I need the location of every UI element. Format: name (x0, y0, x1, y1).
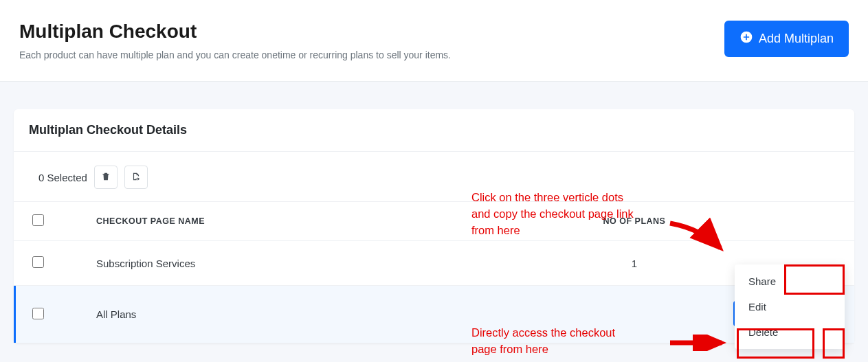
table-row: Subscription Services 1 (14, 241, 854, 286)
page-header: Multiplan Checkout Each product can have… (0, 0, 868, 82)
row-checkbox[interactable] (32, 308, 44, 319)
bulk-delete-button[interactable] (94, 166, 118, 189)
selected-count: 0 Selected (38, 172, 87, 183)
table-wrap: CHECKOUT PAGE NAME NO OF PLANS Subscript… (14, 201, 854, 343)
menu-item-edit[interactable]: Edit (735, 294, 845, 319)
plus-circle-icon (739, 30, 753, 47)
bulk-toolbar: 0 Selected (14, 151, 854, 201)
table-row: All Plans Checkout (14, 286, 854, 343)
details-card: Multiplan Checkout Details 0 Selected (14, 109, 854, 343)
row-checkbox-cell (14, 241, 62, 286)
trash-icon (101, 172, 111, 183)
row-plans: 1 (559, 241, 710, 286)
header-plans: NO OF PLANS (559, 202, 710, 241)
row-checkbox[interactable] (32, 256, 44, 268)
table-header-row: CHECKOUT PAGE NAME NO OF PLANS (14, 202, 854, 241)
header-actions (710, 202, 854, 241)
add-multiplan-label: Add Multiplan (759, 32, 834, 46)
row-checkbox-cell (14, 286, 62, 343)
card-title: Multiplan Checkout Details (14, 123, 854, 151)
row-plans (559, 286, 710, 343)
header-checkbox-cell (14, 202, 62, 241)
bulk-export-button[interactable] (124, 166, 148, 189)
header-name: CHECKOUT PAGE NAME (62, 202, 559, 241)
row-name: All Plans (62, 286, 559, 343)
export-icon (131, 172, 141, 183)
menu-item-delete[interactable]: Delete (735, 319, 845, 345)
row-actions-menu: Share Edit Delete (735, 264, 845, 349)
page-subtitle: Each product can have multiple plan and … (19, 49, 451, 60)
header-text-block: Multiplan Checkout Each product can have… (19, 21, 451, 60)
select-all-checkbox[interactable] (32, 214, 44, 226)
page-title: Multiplan Checkout (19, 21, 451, 43)
row-name: Subscription Services (62, 241, 559, 286)
menu-item-share[interactable]: Share (735, 269, 845, 294)
add-multiplan-button[interactable]: Add Multiplan (724, 21, 849, 57)
checkout-table: CHECKOUT PAGE NAME NO OF PLANS Subscript… (14, 201, 854, 343)
page-body: Multiplan Checkout Details 0 Selected (0, 82, 868, 362)
